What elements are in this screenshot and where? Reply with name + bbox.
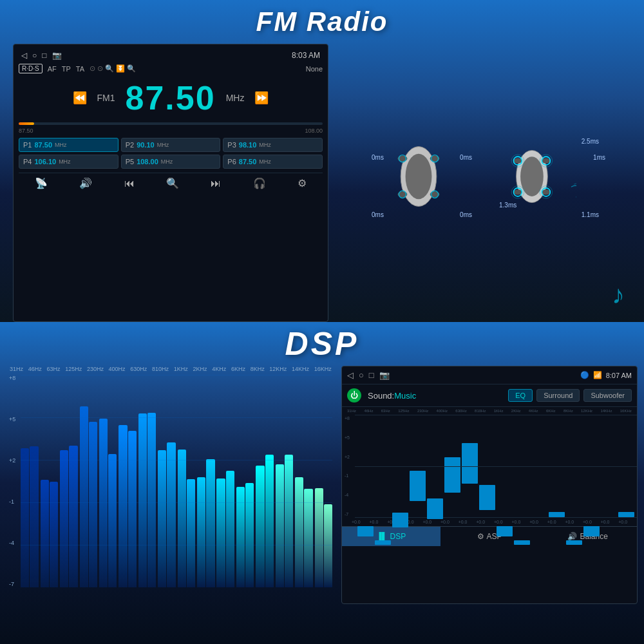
prev-track-icon[interactable]: ⏮ bbox=[124, 178, 135, 189]
small-eq-bar-6 bbox=[462, 443, 478, 484]
dsp-camera-icon: 📷 bbox=[379, 370, 390, 380]
db-plus2: +2 bbox=[9, 457, 15, 464]
power-button[interactable]: ⏻ bbox=[347, 388, 361, 402]
volume-icon[interactable]: 🔊 bbox=[79, 177, 92, 189]
dsp-tab[interactable]: ▐▌ DSP bbox=[342, 527, 440, 546]
preset-p1[interactable]: P1 87.50 MHz bbox=[19, 138, 118, 152]
eq-bar-group-12 bbox=[256, 375, 273, 587]
eq-bar-6-0 bbox=[138, 413, 147, 587]
fm-screen: ◁ ○ □ 📷 8:03 AM R·D·S AF TP TA ⊙ ⊙ 🔍 ⏬ 🔍… bbox=[13, 44, 328, 322]
next-arrow[interactable]: ⏩ bbox=[254, 91, 269, 105]
status-time: 8:03 AM bbox=[292, 51, 320, 60]
db-minus4: -4 bbox=[9, 540, 15, 546]
rds-badge: R·D·S bbox=[19, 64, 43, 73]
small-eq-bar-2 bbox=[392, 513, 408, 528]
db-val-1: +0.0 bbox=[370, 520, 379, 524]
preset-label: P4 bbox=[23, 158, 32, 166]
frequency-fill bbox=[19, 122, 34, 125]
preset-p2[interactable]: P2 90.10 MHz bbox=[121, 138, 221, 152]
small-eq-bar-5 bbox=[444, 457, 460, 493]
eq-label-810: 810Hz bbox=[152, 366, 169, 372]
back-icon[interactable]: ◁ bbox=[21, 51, 27, 60]
dsp-recent-icon[interactable]: □ bbox=[369, 370, 374, 380]
asp-icon: ⚙ bbox=[477, 532, 484, 541]
fm-radio-section: FM Radio ◁ ○ □ 📷 8:03 AM R·D·S AF TP TA … bbox=[0, 0, 644, 322]
car1-bl: 0ms bbox=[372, 211, 384, 218]
prev-arrow[interactable]: ⏪ bbox=[73, 91, 87, 105]
preset-unit-5: MHz bbox=[161, 158, 173, 165]
s-label-46: 46Hz bbox=[364, 409, 373, 413]
eq-bar-group-5 bbox=[118, 375, 136, 587]
status-bar: ◁ ○ □ 📷 8:03 AM bbox=[19, 50, 323, 61]
small-eq-bar-3 bbox=[410, 471, 426, 501]
eq-tab-button[interactable]: EQ bbox=[508, 389, 533, 402]
home-icon[interactable]: ○ bbox=[32, 51, 37, 60]
s-label-230: 230Hz bbox=[417, 409, 428, 413]
preset-p6[interactable]: P6 87.50 MHz bbox=[223, 155, 323, 169]
eq-bar-group-7 bbox=[158, 375, 175, 587]
s-label-125: 125Hz bbox=[398, 409, 409, 413]
eq-bar-group-8 bbox=[178, 375, 195, 587]
preset-p4[interactable]: P4 106.10 MHz bbox=[19, 155, 118, 169]
car1-br: 0ms bbox=[460, 211, 472, 218]
options-icons: ⊙ ⊙ 🔍 ⏬ 🔍 bbox=[90, 64, 136, 73]
eq-bar-5-0 bbox=[118, 425, 127, 587]
sm-db-4: -4 bbox=[345, 493, 350, 497]
equalizer-icon[interactable]: ⚙ bbox=[298, 177, 307, 189]
fm-frequency: 87.50 bbox=[126, 79, 216, 117]
cast-icon[interactable]: 📡 bbox=[35, 177, 48, 189]
eq-label-4k: 4KHz bbox=[212, 366, 226, 372]
eq-bar-4-0 bbox=[99, 419, 108, 587]
small-eq-bar-8 bbox=[497, 526, 513, 536]
frequency-slider[interactable] bbox=[19, 122, 323, 125]
sm-db-1: -1 bbox=[345, 473, 350, 478]
fm-unit: MHz bbox=[226, 93, 245, 103]
eq-bar-9-0 bbox=[197, 477, 205, 587]
small-eq-bar-11 bbox=[549, 512, 565, 517]
preset-unit-4: MHz bbox=[59, 158, 71, 165]
eq-bar-8-0 bbox=[178, 450, 186, 587]
eq-bar-11-0 bbox=[236, 487, 245, 587]
preset-p5[interactable]: P5 108.00 MHz bbox=[121, 155, 221, 169]
eq-bar-group-15 bbox=[315, 375, 332, 587]
eq-label-31: 31Hz bbox=[10, 366, 23, 372]
small-eq-bar-4 bbox=[427, 498, 443, 519]
db-val-9: +0.0 bbox=[512, 520, 521, 524]
frequency-row: ⏪ FM1 87.50 MHz ⏩ bbox=[19, 79, 323, 117]
eq-bar-12-1 bbox=[265, 455, 274, 587]
af-btn[interactable]: AF bbox=[48, 65, 57, 73]
headphone-icon[interactable]: 🎧 bbox=[253, 177, 266, 189]
next-track-icon[interactable]: ⏭ bbox=[211, 178, 221, 189]
dsp-home-icon[interactable]: ○ bbox=[359, 370, 364, 380]
eq-bar-4-1 bbox=[108, 454, 117, 587]
eq-label-46: 46Hz bbox=[28, 366, 42, 372]
s-label-2k: 2KHz bbox=[511, 409, 521, 413]
db-val-12: +0.0 bbox=[565, 520, 574, 524]
ta-btn[interactable]: TA bbox=[76, 65, 84, 73]
balance-icon: 🔊 bbox=[567, 532, 577, 541]
signal-icon: 📶 bbox=[593, 371, 602, 379]
camera-icon: 📷 bbox=[52, 51, 62, 60]
subwoofer-tab-button[interactable]: Subwoofer bbox=[583, 389, 632, 402]
preset-freq-4: 106.10 bbox=[34, 158, 56, 166]
eq-bar-8-1 bbox=[187, 479, 195, 587]
tp-btn[interactable]: TP bbox=[62, 65, 71, 73]
s-label-63: 63Hz bbox=[381, 409, 390, 413]
scan-icon[interactable]: 🔍 bbox=[166, 177, 179, 189]
eq-label-230: 230Hz bbox=[87, 366, 104, 372]
db-values-row: +0.0 +0.0 +0.0 +0.0 +0.0 +0.0 +0.0 +0.0 … bbox=[342, 518, 637, 526]
preset-p3[interactable]: P3 98.10 MHz bbox=[223, 138, 323, 152]
preset-label: P2 bbox=[126, 141, 134, 149]
surround-tab-button[interactable]: Surround bbox=[536, 389, 580, 402]
eq-bar-12-0 bbox=[256, 466, 264, 587]
s-label-1k: 1KHz bbox=[494, 409, 504, 413]
s-label-16k: 16KHz bbox=[620, 409, 632, 413]
db-val-15: +0.0 bbox=[618, 520, 627, 524]
preset-freq-6: 87.50 bbox=[239, 158, 257, 166]
recent-icon[interactable]: □ bbox=[42, 51, 46, 60]
eq-bar-11-1 bbox=[245, 483, 254, 587]
dsp-tab-buttons: EQ Surround Subwoofer bbox=[508, 389, 632, 402]
eq-label-2k: 2KHz bbox=[193, 366, 207, 372]
dsp-back-icon[interactable]: ◁ bbox=[347, 370, 354, 380]
small-eq-labels: 31Hz 46Hz 63Hz 125Hz 230Hz 400Hz 630Hz 8… bbox=[342, 407, 637, 415]
